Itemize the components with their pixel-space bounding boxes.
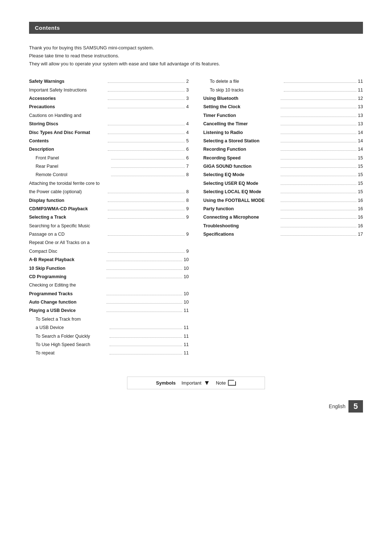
toc-page: 11	[358, 87, 363, 94]
toc-label: 10 Skip Function	[29, 265, 105, 272]
toc-page: 16	[358, 197, 363, 204]
toc-dots	[108, 125, 185, 125]
toc-label: Precautions	[29, 103, 106, 110]
toc-entry: Using the FOOTBALL MODE16	[203, 197, 363, 204]
toc-entry: To Search a Folder Quickly11	[29, 333, 189, 340]
toc-entry: Front Panel6	[29, 155, 189, 162]
toc-dots	[108, 193, 185, 193]
toc-label: Attaching the toroidal ferrite core to	[29, 180, 189, 187]
toc-label: Selecting a Track	[29, 214, 106, 221]
symbols-label: Symbols	[156, 380, 176, 386]
toc-page: 17	[358, 231, 363, 238]
toc-label: Remote Control	[36, 171, 110, 178]
toc-dots	[110, 337, 182, 338]
toc-entry: Cautions on Handling and	[29, 112, 189, 119]
toc-label: Important Safety Instructions	[29, 87, 106, 94]
toc-entry: Timer Function13	[203, 112, 363, 119]
toc-entry: Party function16	[203, 206, 363, 212]
toc-label: To delete a file	[210, 78, 282, 85]
toc-label: To Select a Track from	[36, 316, 189, 323]
toc-entry: Selecting EQ Mode15	[203, 171, 363, 178]
toc-label: Accessories	[29, 95, 106, 102]
toc-label: Selecting USER EQ Mode	[203, 180, 279, 187]
toc-page: 11	[358, 78, 363, 85]
toc-page: 7	[186, 163, 189, 170]
toc-label: CD/MP3/WMA-CD Playback	[29, 206, 106, 212]
intro-line1: Thank you for buying this SAMSUNG mini-c…	[29, 44, 363, 52]
toc-page: 15	[358, 171, 363, 178]
toc-right-column: To delete a file11To skip 10 tracks11Usi…	[203, 78, 363, 239]
toc-page: 2	[186, 78, 189, 85]
toc-dots	[111, 167, 185, 168]
toc-page: 15	[358, 163, 363, 170]
toc-dots	[106, 261, 182, 261]
toc-entry: Using Bluetooth12	[203, 95, 363, 102]
toc-dots	[108, 235, 185, 236]
toc-entry: Cancelling the Timer13	[203, 121, 363, 127]
toc-dots	[281, 117, 356, 117]
toc-entry: Programmed Tracks10	[29, 291, 189, 297]
toc-dots	[110, 354, 182, 354]
toc-label: Contents	[29, 138, 106, 145]
toc-label: To Use High Speed Search	[36, 341, 108, 348]
toc-page: 10	[184, 273, 189, 280]
toc-dots	[108, 252, 185, 253]
toc-label: Programmed Tracks	[29, 291, 105, 297]
toc-label: Using the FOOTBALL MODE	[203, 197, 279, 204]
toc-entry: Important Safety Instructions3	[29, 87, 189, 94]
toc-label: Compact Disc	[29, 248, 106, 255]
toc-entry: Selecting LOCAL EQ Mode15	[203, 188, 363, 195]
toc-label: Searching for a Specific Music	[29, 223, 189, 230]
toc-dots	[281, 142, 356, 142]
toc-label: Playing a USB Device	[29, 307, 105, 314]
toc-dots	[281, 218, 356, 219]
toc-dots	[108, 210, 185, 210]
toc-page: 3	[186, 95, 189, 102]
toc-entry: Compact Disc9	[29, 248, 189, 255]
toc-dots	[108, 218, 185, 219]
toc-dots	[106, 269, 182, 270]
toc-page: 16	[358, 223, 363, 230]
page-footer: English 5	[29, 400, 363, 413]
toc-dots	[106, 295, 182, 295]
toc-page: 11	[184, 324, 189, 331]
toc-page: 11	[184, 350, 189, 357]
toc-page: 11	[184, 307, 189, 314]
toc-entry: Specifications17	[203, 231, 363, 238]
toc-dots	[281, 202, 356, 202]
toc-page: 14	[358, 129, 363, 136]
toc-page: 10	[184, 256, 189, 263]
toc-label: CD Programming	[29, 273, 105, 280]
toc-label: Connecting a Microphone	[203, 214, 279, 221]
toc-entry: To repeat11	[29, 350, 189, 357]
toc-page: 9	[186, 206, 189, 212]
toc-label: Using Bluetooth	[203, 95, 279, 102]
toc-entry: To Use High Speed Search11	[29, 341, 189, 348]
toc-page: 13	[358, 112, 363, 119]
toc-dots	[281, 159, 356, 159]
toc-dots	[106, 303, 182, 304]
important-item: Important ▼	[181, 379, 210, 387]
toc-label: Setting the Clock	[203, 103, 279, 110]
toc-label: Auto Change function	[29, 299, 105, 306]
toc-dots	[106, 278, 182, 278]
toc-dots	[284, 91, 356, 92]
toc-label: Specifications	[203, 231, 279, 238]
intro-line3: They will allow you to operate your syst…	[29, 60, 363, 68]
toc-dots	[281, 210, 356, 210]
toc-page: 9	[186, 214, 189, 221]
toc-label: the Power cable (optional)	[29, 188, 106, 195]
toc-entry: Troubleshooting16	[203, 223, 363, 230]
toc-dots	[281, 150, 356, 151]
note-icon	[228, 380, 236, 386]
toc-dots	[108, 91, 185, 92]
toc-entry: Accessories3	[29, 95, 189, 102]
symbols-bar: Symbols Important ▼ Note	[127, 377, 265, 389]
toc-page: 9	[186, 231, 189, 238]
toc-dots	[111, 159, 185, 159]
toc-label: Listening to Radio	[203, 129, 279, 136]
toc-dots	[281, 100, 356, 100]
toc-dots	[111, 176, 185, 176]
toc-label: Party function	[203, 206, 279, 212]
toc-container: Safety Warnings2Important Safety Instruc…	[29, 78, 363, 358]
